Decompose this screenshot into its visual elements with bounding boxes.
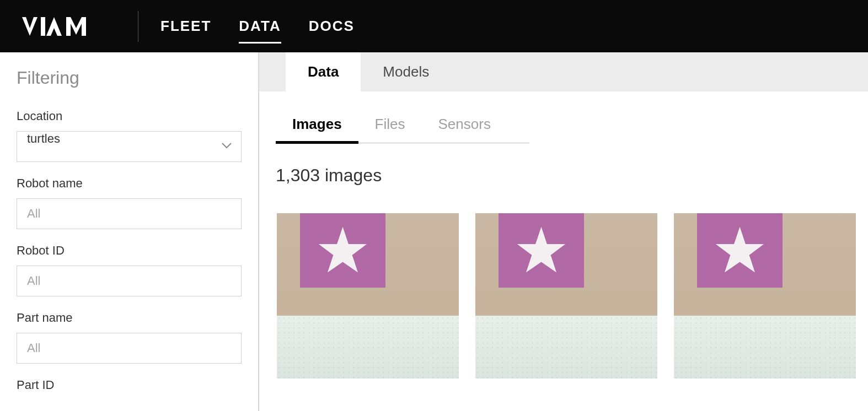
thumbnail-grid xyxy=(276,213,868,378)
star-icon xyxy=(317,224,369,277)
label-part-id: Part ID xyxy=(17,378,242,392)
star-banner xyxy=(300,213,385,288)
subtab-images[interactable]: Images xyxy=(276,108,358,143)
field-location: Location turtles xyxy=(17,109,242,162)
filter-sidebar: Filtering Location turtles Robot name Ro… xyxy=(0,52,259,411)
body: Filtering Location turtles Robot name Ro… xyxy=(0,52,868,411)
subtab-sensors[interactable]: Sensors xyxy=(422,108,507,143)
tab-data[interactable]: Data xyxy=(286,52,361,91)
viam-logo[interactable] xyxy=(22,16,116,37)
sidebar-title: Filtering xyxy=(17,68,242,88)
input-robot-name[interactable] xyxy=(17,198,242,229)
label-part-name: Part name xyxy=(17,311,242,325)
content-area: Images Files Sensors 1,303 images xyxy=(259,91,868,411)
nav-data[interactable]: DATA xyxy=(239,12,281,40)
image-thumbnail[interactable] xyxy=(475,213,657,378)
field-robot-name: Robot name xyxy=(17,176,242,229)
field-part-name: Part name xyxy=(17,311,242,364)
image-count: 1,303 images xyxy=(276,165,868,186)
input-robot-id[interactable] xyxy=(17,266,242,296)
header-divider xyxy=(138,11,138,42)
main-nav: FLEET DATA DOCS xyxy=(160,12,355,40)
secondary-tabs: Images Files Sensors xyxy=(276,108,529,143)
svg-marker-2 xyxy=(517,227,565,273)
tab-models[interactable]: Models xyxy=(361,52,451,91)
field-robot-id: Robot ID xyxy=(17,244,242,296)
nav-fleet[interactable]: FLEET xyxy=(160,12,211,40)
star-icon xyxy=(515,224,567,277)
star-icon xyxy=(714,224,766,277)
nav-docs[interactable]: DOCS xyxy=(309,12,355,40)
star-banner xyxy=(499,213,584,288)
star-banner xyxy=(697,213,783,288)
label-robot-id: Robot ID xyxy=(17,244,242,258)
field-part-id: Part ID xyxy=(17,378,242,392)
image-thumbnail[interactable] xyxy=(674,213,856,378)
image-thumbnail[interactable] xyxy=(277,213,459,378)
input-part-name[interactable] xyxy=(17,333,242,364)
select-location[interactable]: turtles xyxy=(17,131,242,162)
svg-rect-0 xyxy=(41,17,45,36)
label-location: Location xyxy=(17,109,242,123)
top-header: FLEET DATA DOCS xyxy=(0,0,868,52)
svg-marker-1 xyxy=(319,227,367,273)
svg-marker-3 xyxy=(716,227,764,273)
main-panel: Data Models Images Files Sensors 1,303 i… xyxy=(259,52,868,411)
label-robot-name: Robot name xyxy=(17,176,242,191)
subtab-files[interactable]: Files xyxy=(358,108,422,143)
primary-tabs: Data Models xyxy=(259,52,868,91)
